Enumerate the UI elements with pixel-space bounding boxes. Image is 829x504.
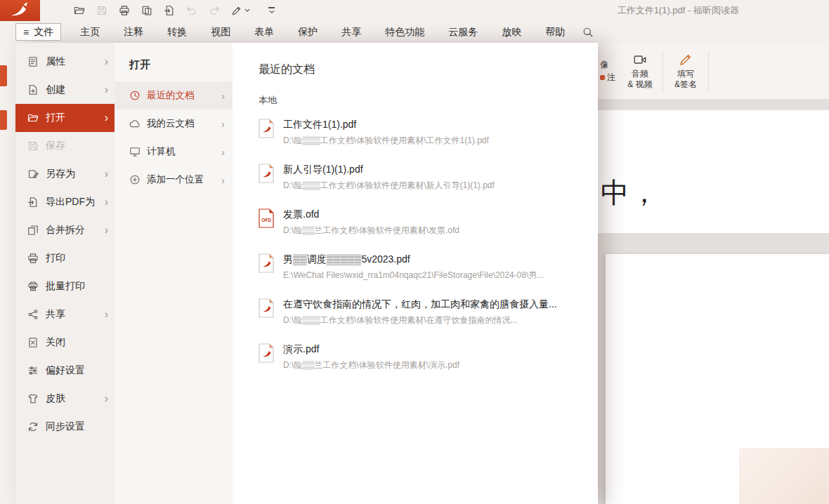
ribbon-fill-sign-button[interactable]: 填写 &签名: [667, 53, 705, 90]
window-title: 工作文件1(1).pdf - 福昕阅读器: [492, 0, 739, 21]
sidebar-item-print[interactable]: 打印: [15, 244, 115, 272]
open-item-recent[interactable]: 最近的文档›: [115, 81, 233, 110]
print-icon: [27, 253, 39, 264]
sidebar-item-sync-settings[interactable]: 同步设置: [15, 413, 115, 441]
chevron-right-icon: ›: [105, 309, 108, 320]
file-menu-panel: 属性›创建›打开›保存另存为›导出PDF为›合并拆分›打印批量打印共享›关闭偏好…: [15, 43, 598, 504]
file-meta: 工作文件1(1).pdfD:\险▒▒▒工作文档\体验软件使用素材\工作文件1(1…: [283, 118, 489, 146]
customize-toolbar-button[interactable]: [268, 7, 275, 14]
sidebar-item-share[interactable]: 共享›: [15, 300, 115, 329]
chevron-right-icon: ›: [105, 168, 108, 180]
recent-file-3[interactable]: 男▒▒调度▒▒▒▒▒5v2023.pdfE:\WeChat Files\wxid…: [259, 253, 584, 281]
sidebar-item-label: 偏好设置: [46, 364, 108, 377]
tab-10[interactable]: 帮助: [533, 21, 577, 43]
open-folder-icon[interactable]: [74, 5, 85, 16]
ofd-file-icon: OFD: [259, 208, 274, 228]
recent-file-5[interactable]: 演示.pdfD:\险▒▒兰工作文档\体验软件使用素材\演示.pdf: [259, 343, 584, 371]
print-page-icon[interactable]: [141, 5, 152, 16]
tab-3[interactable]: 视图: [199, 21, 242, 43]
file-menu-sidebar: 属性›创建›打开›保存另存为›导出PDF为›合并拆分›打印批量打印共享›关闭偏好…: [15, 43, 115, 504]
recent-file-2[interactable]: OFD发票.ofdD:\险▒▒兰工作文档\体验软件使用素材\发票.ofd: [259, 208, 584, 236]
foxit-logo[interactable]: [0, 0, 40, 21]
sidebar-item-label: 关闭: [46, 336, 108, 349]
tab-4[interactable]: 表单: [242, 21, 286, 43]
tab-7[interactable]: 特色功能: [373, 21, 436, 43]
print-icon[interactable]: [119, 5, 130, 16]
tab-0[interactable]: 主页: [68, 21, 112, 43]
sidebar-item-label: 导出PDF为: [46, 196, 98, 208]
pdf-file-icon: [259, 164, 274, 183]
sidebar-item-save: 保存: [15, 132, 115, 160]
sidebar-item-properties[interactable]: 属性›: [15, 48, 115, 76]
open-item-label: 我的云文档: [147, 117, 215, 130]
file-path: D:\险▒▒▒工作文档\体验软件使用素材\在遵守饮食指南的情况...: [283, 314, 557, 326]
file-meta: 男▒▒调度▒▒▒▒▒5v2023.pdfE:\WeChat Files\wxid…: [283, 253, 544, 281]
tab-9[interactable]: 放映: [490, 21, 533, 43]
menu-tabs: 主页注释转换视图表单保护共享特色功能云服务放映帮助: [68, 21, 577, 43]
open-item-computer[interactable]: 计算机›: [115, 138, 233, 166]
file-meta: 在遵守饮食指南的情况下，红肉，加工肉和家禽的膳食摄入量...D:\险▒▒▒工作文…: [283, 298, 557, 326]
file-path: D:\险▒▒兰工作文档\体验软件使用素材\发票.ofd: [283, 225, 459, 236]
chevron-right-icon: ›: [105, 56, 108, 67]
file-name: 发票.ofd: [283, 208, 459, 221]
sidebar-item-label: 创建: [46, 84, 98, 96]
sidebar-item-close[interactable]: 关闭: [15, 329, 115, 357]
highlight-tool-icon[interactable]: [231, 5, 250, 16]
pencil-icon: [679, 53, 693, 67]
sidebar-item-preferences[interactable]: 偏好设置: [15, 357, 115, 385]
search-icon[interactable]: [582, 27, 594, 38]
recent-file-4[interactable]: 在遵守饮食指南的情况下，红肉，加工肉和家禽的膳食摄入量...D:\险▒▒▒工作文…: [259, 298, 584, 326]
sidebar-item-save-as[interactable]: 另存为›: [15, 160, 115, 188]
tab-6[interactable]: 共享: [329, 21, 373, 43]
recent-file-1[interactable]: 新人引导(1)(1).pdfD:\险▒▒▒工作文档\体验软件使用素材\新人引导(…: [259, 163, 584, 191]
recent-file-0[interactable]: 工作文件1(1).pdfD:\险▒▒▒工作文档\体验软件使用素材\工作文件1(1…: [259, 118, 584, 146]
sidebar-item-open[interactable]: 打开›: [15, 104, 115, 132]
tab-8[interactable]: 云服务: [436, 21, 490, 43]
preferences-icon: [27, 365, 39, 376]
file-name: 在遵守饮食指南的情况下，红肉，加工肉和家禽的膳食摄入量...: [283, 298, 557, 311]
dropdown-caret-icon[interactable]: [244, 8, 250, 13]
chevron-right-icon: ›: [221, 90, 225, 102]
sidebar-item-label: 打开: [46, 112, 98, 124]
tab-1[interactable]: 注释: [112, 21, 155, 43]
sidebar-item-label: 保存: [46, 140, 108, 152]
document-visible-text: 中，: [601, 173, 660, 212]
document-corner-image: [739, 448, 829, 504]
ribbon-audio-video-button[interactable]: 音频 & 视频: [621, 53, 659, 90]
sidebar-item-label: 共享: [46, 308, 98, 321]
sidebar-item-export-pdf[interactable]: 导出PDF为›: [15, 188, 115, 216]
chevron-right-icon: ›: [221, 118, 225, 130]
file-name: 演示.pdf: [283, 343, 459, 356]
tab-2[interactable]: 转换: [155, 21, 199, 43]
open-icon: [27, 112, 39, 124]
share-icon: [27, 309, 39, 320]
open-item-cloud-docs[interactable]: 我的云文档›: [115, 110, 233, 138]
recent-file-list: 工作文件1(1).pdfD:\险▒▒▒工作文档\体验软件使用素材\工作文件1(1…: [259, 118, 584, 371]
undo-icon: [186, 5, 197, 16]
export-pdf-icon: [27, 197, 39, 208]
sidebar-item-create[interactable]: 创建›: [15, 76, 115, 104]
ribbon-icon-fragment: [0, 65, 7, 86]
save-icon: [96, 5, 107, 16]
pdf-file-icon: [259, 253, 274, 273]
chevron-right-icon: ›: [105, 84, 108, 95]
plus-icon: [129, 174, 141, 185]
sidebar-item-batch-print[interactable]: 批量打印: [15, 272, 115, 300]
ribbon-partial-group[interactable]: 像 注: [598, 60, 620, 83]
ribbon-separator: [708, 51, 709, 91]
file-menu-button[interactable]: ≡ 文件: [15, 23, 61, 41]
sidebar-item-label: 批量打印: [46, 280, 108, 293]
open-item-add-place[interactable]: 添加一个位置›: [115, 166, 233, 194]
pdf-file-icon: [259, 343, 274, 363]
file-path: D:\险▒▒▒工作文档\体验软件使用素材\新人引导(1)(1).pdf: [283, 180, 495, 191]
file-tab-label: 文件: [34, 26, 53, 39]
quick-access-toolbar: [74, 5, 250, 16]
sidebar-item-label: 属性: [46, 55, 98, 68]
tab-5[interactable]: 保护: [286, 21, 329, 43]
sidebar-item-merge-split[interactable]: 合并拆分›: [15, 216, 115, 244]
ribbon-separator: [662, 51, 663, 91]
save-icon: [27, 140, 39, 152]
export-page-icon[interactable]: [164, 5, 175, 16]
document-area: 中，: [598, 99, 829, 504]
sidebar-item-skin[interactable]: 皮肤›: [15, 385, 115, 413]
